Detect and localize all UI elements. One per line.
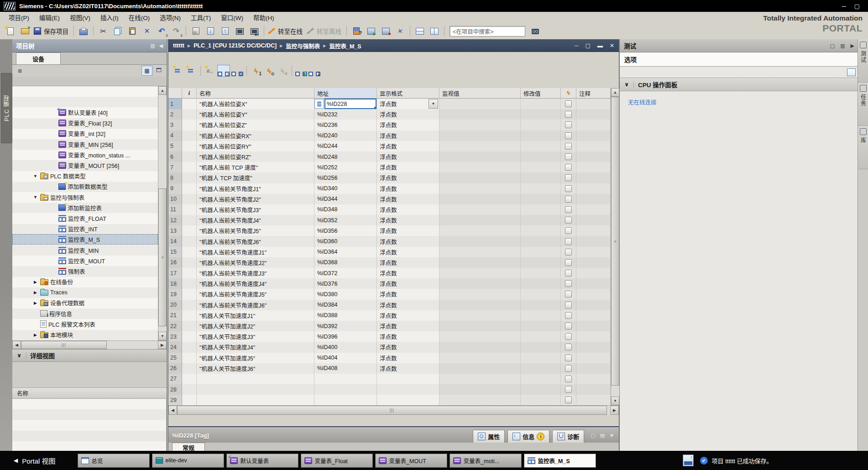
- table-row[interactable]: 29: [168, 395, 611, 405]
- tag-name-cell[interactable]: "机器人当前 TCP 速度": [197, 162, 314, 172]
- tag-address-cell[interactable]: %ID228: [314, 99, 377, 109]
- menu-item-7[interactable]: 窗口(W): [216, 11, 248, 23]
- menu-item-4[interactable]: 在线(O): [124, 11, 155, 23]
- table-row[interactable]: 25"机器人关节加速度J5"%ID404浮点数: [168, 353, 611, 363]
- float-editor-icon[interactable]: ▢: [586, 42, 591, 49]
- tag-address-cell[interactable]: [314, 384, 377, 395]
- expander-icon[interactable]: ▶: [32, 290, 38, 295]
- tag-address-cell[interactable]: %ID392: [314, 321, 377, 331]
- tag-name-cell[interactable]: "机器人当前关节角度J3": [197, 204, 314, 215]
- tag-address-cell[interactable]: %ID348: [314, 204, 377, 215]
- detail-view-header[interactable]: ∨ 详细视图: [12, 349, 167, 362]
- tree-item-PLC 数据类型[interactable]: ▼PLC 数据类型: [12, 171, 158, 181]
- tag-address-cell[interactable]: %ID232: [314, 109, 377, 120]
- comment-cell[interactable]: [576, 257, 611, 268]
- taskbar-button-监控表_M_S[interactable]: 监控表_M_S: [524, 454, 596, 468]
- tag-address-cell[interactable]: %ID376: [314, 278, 377, 289]
- tag-name-cell[interactable]: "机器人当前位姿Z": [197, 120, 314, 130]
- delete-button[interactable]: [140, 25, 154, 37]
- comment-cell[interactable]: [576, 321, 611, 331]
- menu-item-2[interactable]: 视图(V): [65, 11, 95, 23]
- tree-item-监控表_MIN[interactable]: 监控表_MIN: [12, 245, 158, 255]
- comment-cell[interactable]: [576, 374, 611, 384]
- expander-icon[interactable]: ▼: [32, 174, 38, 178]
- display-format-cell[interactable]: 浮点数: [377, 236, 439, 246]
- modify-enable-checkbox[interactable]: [565, 164, 572, 171]
- tag-address-cell[interactable]: %ID344: [314, 194, 377, 204]
- format-column-header[interactable]: 显示格式: [377, 88, 439, 99]
- comment-cell[interactable]: [576, 162, 611, 172]
- modify-enable-checkbox[interactable]: [565, 312, 572, 319]
- taskbar-button-变量表_MOUT[interactable]: 变量表_MOUT: [375, 454, 447, 468]
- modify-enable-checkbox[interactable]: [565, 174, 572, 181]
- modify-enable-checkbox[interactable]: [565, 249, 572, 256]
- display-format-cell[interactable]: 浮点数: [377, 194, 439, 204]
- collapse-panel-icon[interactable]: ▶: [851, 43, 854, 49]
- modify-timed-button[interactable]: ϟ⊙: [263, 65, 275, 76]
- display-format-cell[interactable]: 浮点数: [377, 131, 439, 141]
- comment-cell[interactable]: [576, 172, 611, 183]
- paste-button[interactable]: [125, 25, 139, 37]
- task-card-tab-库[interactable]: 库: [858, 126, 868, 169]
- insert-row-button[interactable]: ★: [172, 65, 184, 76]
- tree-item-程序信息[interactable]: 程序信息: [12, 308, 158, 319]
- tag-address-cell[interactable]: %ID240: [314, 131, 377, 141]
- tag-name-cell[interactable]: "机器人当前关节角速度J5": [197, 289, 314, 299]
- table-row[interactable]: 27: [168, 374, 611, 384]
- append-row-button[interactable]: ★: [185, 65, 197, 76]
- tree-item-变量表_int [32][interactable]: 变量表_int [32]: [12, 128, 158, 139]
- taskbar-button-变量表_Float[interactable]: 变量表_Float: [301, 454, 373, 468]
- table-row[interactable]: 15"机器人当前关节角速度J1"%ID364浮点数: [168, 247, 611, 257]
- display-format-cell[interactable]: 浮点数: [377, 162, 439, 172]
- portal-view-button[interactable]: ◀ Portal 视图: [0, 456, 65, 465]
- tag-address-cell[interactable]: %ID372: [314, 268, 377, 278]
- tag-address-cell[interactable]: %ID340: [314, 183, 377, 194]
- modify-value-cell[interactable]: [521, 331, 561, 342]
- print-button[interactable]: [77, 25, 90, 37]
- tag-name-cell[interactable]: "机器人当前位姿X": [197, 99, 314, 109]
- table-row[interactable]: 12"机器人当前关节角度J4"%ID352浮点数: [168, 215, 611, 225]
- menu-item-6[interactable]: 工具(T): [186, 11, 216, 23]
- start-cpu-button[interactable]: [233, 25, 246, 37]
- tag-name-cell[interactable]: "机器人关节加速度J2": [197, 321, 314, 331]
- tag-name-cell[interactable]: "机器人当前关节角度J4": [197, 215, 314, 225]
- undo-button[interactable]: [155, 25, 168, 37]
- tag-address-cell[interactable]: %ID384: [314, 300, 377, 310]
- display-format-cell[interactable]: 浮点数: [377, 183, 439, 194]
- tree-item-监控表_MOUT[interactable]: 监控表_MOUT: [12, 256, 158, 266]
- go-online-button[interactable]: 转至在线: [267, 25, 305, 37]
- modify-value-cell[interactable]: [521, 257, 561, 268]
- table-row[interactable]: 16"机器人当前关节角速度J2"%ID368浮点数: [168, 257, 611, 268]
- tag-address-cell[interactable]: %ID360: [314, 236, 377, 246]
- modify-enable-checkbox[interactable]: [565, 333, 572, 340]
- inspector-tab-属性[interactable]: 属性: [473, 430, 505, 443]
- display-format-cell[interactable]: 浮点数: [377, 172, 439, 183]
- comment-cell[interactable]: [576, 384, 611, 395]
- display-format-cell[interactable]: [377, 374, 439, 384]
- comment-cell[interactable]: [576, 289, 611, 299]
- modify-value-column-header[interactable]: 修改值: [521, 88, 561, 99]
- modify-enable-checkbox[interactable]: [565, 386, 572, 393]
- tag-address-cell[interactable]: %ID404: [314, 353, 377, 363]
- tag-address-cell[interactable]: [314, 374, 377, 384]
- memory-card-icon[interactable]: [683, 454, 694, 466]
- comment-cell[interactable]: [576, 194, 611, 204]
- inspector-tab-诊断[interactable]: 诊断: [552, 430, 584, 443]
- tag-name-cell[interactable]: "机器人当前关节角度J1": [197, 183, 314, 194]
- display-format-cell[interactable]: 浮点数: [377, 331, 439, 342]
- display-format-cell[interactable]: 浮点数: [377, 268, 439, 278]
- cross-references-button[interactable]: [393, 25, 407, 37]
- menu-item-0[interactable]: 项目(P): [4, 11, 34, 23]
- scroll-left-icon[interactable]: ◀: [168, 406, 177, 415]
- taskbar-button-elite-dev[interactable]: elite-dev: [152, 454, 224, 468]
- comment-cell[interactable]: [576, 300, 611, 310]
- display-format-cell[interactable]: 浮点数: [377, 247, 439, 257]
- modify-enable-checkbox[interactable]: [565, 365, 572, 372]
- tag-name-cell[interactable]: "机器人 TCP 加速度": [197, 172, 314, 183]
- comment-cell[interactable]: [576, 236, 611, 246]
- modify-enable-checkbox[interactable]: [565, 280, 572, 287]
- tree-item-监控与强制表[interactable]: ▼监控与强制表: [12, 192, 158, 203]
- comment-cell[interactable]: [576, 310, 611, 321]
- tag-name-cell[interactable]: [197, 374, 314, 384]
- table-row[interactable]: 28: [168, 384, 611, 395]
